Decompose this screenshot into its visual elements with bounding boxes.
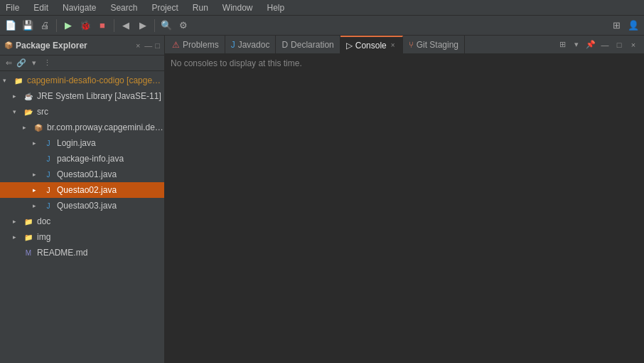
view-options-button[interactable]: ⋮ bbox=[41, 58, 53, 69]
tree-item-project[interactable]: ▾ 📁 capgemini-desafio-codigo [capgemini-… bbox=[0, 73, 164, 88]
tree-item-src[interactable]: ▾ 📂 src bbox=[0, 104, 164, 120]
tree-label-login: Login.java bbox=[57, 138, 96, 148]
tree-item-questao02[interactable]: ▸ J Questao02.java bbox=[0, 182, 164, 198]
perspective-button[interactable]: ⊞ bbox=[608, 18, 624, 33]
menu-window[interactable]: Window bbox=[220, 1, 256, 14]
tree-item-pkg[interactable]: ▸ 📦 br.com.proway.capgemini.desafioDeP..… bbox=[0, 120, 164, 135]
console-icon: ▷ bbox=[346, 41, 353, 51]
arrow-pkg: ▸ bbox=[23, 124, 33, 131]
project-icon: 📁 bbox=[13, 75, 24, 86]
tree-label-readme: README.md bbox=[37, 248, 87, 258]
menu-file[interactable]: File bbox=[3, 1, 22, 14]
javadoc-icon: J bbox=[231, 40, 235, 50]
panel-maximize[interactable]: □ bbox=[613, 38, 626, 51]
src-icon: 📂 bbox=[23, 106, 34, 117]
explorer-panel: 📦 Package Explorer × — □ ⇐ 🔗 ▾ ⋮ ▾ 📁 cap… bbox=[0, 36, 165, 363]
view-menu-button[interactable]: ▾ bbox=[28, 58, 40, 69]
menu-search[interactable]: Search bbox=[107, 1, 140, 14]
separator-3 bbox=[154, 19, 155, 32]
java-icon-q01: J bbox=[43, 169, 54, 180]
search-button[interactable]: 🔍 bbox=[159, 18, 174, 33]
tree-label-q01: Questao01.java bbox=[57, 169, 117, 179]
main-layout: 📦 Package Explorer × — □ ⇐ 🔗 ▾ ⋮ ▾ 📁 cap… bbox=[0, 36, 644, 363]
right-panel: ⚠ Problems J Javadoc D Declaration ▷ Con… bbox=[165, 36, 644, 363]
tab-console-label: Console bbox=[355, 41, 387, 51]
tree-item-questao01[interactable]: ▸ J Questao01.java bbox=[0, 167, 164, 182]
tree-item-packageinfo[interactable]: J package-info.java bbox=[0, 151, 164, 167]
arrow-jre: ▸ bbox=[13, 93, 23, 100]
tree-label-q03: Questao03.java bbox=[57, 201, 117, 211]
tree-item-readme[interactable]: M README.md bbox=[0, 245, 164, 261]
explorer-header: 📦 Package Explorer × — □ bbox=[0, 36, 164, 56]
tree-item-jre[interactable]: ▸ ☕ JRE System Library [JavaSE-11] bbox=[0, 88, 164, 104]
md-icon: M bbox=[23, 247, 34, 258]
user-button[interactable]: 👤 bbox=[626, 18, 641, 33]
tree-label-pkginfo: package-info.java bbox=[57, 154, 124, 164]
menu-help[interactable]: Help bbox=[264, 1, 288, 14]
tree-label-jre: JRE System Library [JavaSE-11] bbox=[37, 91, 161, 101]
arrow-img: ▸ bbox=[13, 233, 23, 241]
java-icon-q02: J bbox=[43, 184, 54, 196]
java-icon-pkginfo: J bbox=[43, 153, 54, 164]
tab-javadoc-label: Javadoc bbox=[238, 40, 270, 50]
tab-git-staging[interactable]: ⑂ Git Staging bbox=[403, 36, 465, 54]
console-options-button[interactable]: ▾ bbox=[570, 38, 583, 51]
tree-item-questao03[interactable]: ▸ J Questao03.java bbox=[0, 198, 164, 214]
menu-project[interactable]: Project bbox=[149, 1, 181, 14]
tab-actions: ⊞ ▾ 📌 — □ × bbox=[556, 38, 643, 51]
tree-label-pkg: br.com.proway.capgemini.desafioDeP... bbox=[47, 122, 164, 132]
panel-minimize[interactable]: — bbox=[599, 38, 611, 51]
console-message: No consoles to display at this time. bbox=[171, 58, 302, 68]
menu-run[interactable]: Run bbox=[190, 1, 211, 14]
menu-navigate[interactable]: Navigate bbox=[60, 1, 99, 14]
tab-javadoc[interactable]: J Javadoc bbox=[225, 36, 277, 54]
img-icon: 📁 bbox=[23, 231, 34, 243]
panel-icon: 📦 bbox=[4, 41, 13, 49]
console-new-button[interactable]: ⊞ bbox=[556, 38, 569, 51]
save-button[interactable]: 💾 bbox=[20, 18, 36, 33]
link-with-editor-button[interactable]: 🔗 bbox=[16, 58, 27, 69]
git-icon: ⑂ bbox=[409, 40, 414, 50]
problems-icon: ⚠ bbox=[172, 40, 180, 50]
doc-icon: 📁 bbox=[23, 216, 34, 227]
arrow-doc: ▸ bbox=[13, 218, 23, 225]
explorer-close[interactable]: × bbox=[134, 41, 141, 50]
separator-2 bbox=[114, 19, 114, 32]
menu-bar: File Edit Navigate Search Project Run Wi… bbox=[0, 0, 644, 16]
menu-edit[interactable]: Edit bbox=[31, 1, 51, 14]
panel-close-btn[interactable]: × bbox=[627, 38, 640, 51]
tree-item-img[interactable]: ▸ 📁 img bbox=[0, 229, 164, 245]
settings-button[interactable]: ⚙ bbox=[176, 18, 191, 33]
forward-button[interactable]: ▶ bbox=[135, 18, 151, 33]
tree-label-project: capgemini-desafio-codigo [capgemini-desa… bbox=[27, 75, 164, 85]
tab-git-label: Git Staging bbox=[417, 40, 458, 50]
collapse-all-button[interactable]: ⇐ bbox=[3, 58, 14, 69]
tree-item-login[interactable]: ▸ J Login.java bbox=[0, 135, 164, 151]
tree-label-q02: Questao02.java bbox=[57, 185, 117, 195]
explorer-title: Package Explorer bbox=[16, 41, 134, 51]
explorer-maximize[interactable]: □ bbox=[155, 41, 160, 50]
pkg-icon: 📦 bbox=[33, 122, 44, 133]
tab-declaration[interactable]: D Declaration bbox=[276, 36, 340, 54]
tab-declaration-label: Declaration bbox=[291, 40, 334, 50]
tree-label-img: img bbox=[37, 232, 50, 242]
stop-button[interactable]: ■ bbox=[95, 18, 110, 33]
console-pin-button[interactable]: 📌 bbox=[584, 38, 597, 51]
arrow-q02: ▸ bbox=[33, 186, 43, 194]
run-button[interactable]: ▶ bbox=[60, 18, 76, 33]
main-toolbar: 📄 💾 🖨 ▶ 🐞 ■ ◀ ▶ 🔍 ⚙ ⊞ 👤 bbox=[0, 16, 644, 36]
debug-button[interactable]: 🐞 bbox=[77, 18, 93, 33]
tree-item-doc[interactable]: ▸ 📁 doc bbox=[0, 214, 164, 229]
explorer-minimize[interactable]: — bbox=[144, 41, 152, 50]
new-button[interactable]: 📄 bbox=[3, 18, 18, 33]
separator-1 bbox=[56, 19, 57, 32]
tab-bar: ⚠ Problems J Javadoc D Declaration ▷ Con… bbox=[165, 36, 644, 54]
tree-label-doc: doc bbox=[37, 216, 50, 226]
back-button[interactable]: ◀ bbox=[118, 18, 134, 33]
console-close-button[interactable]: × bbox=[390, 41, 397, 49]
tab-console[interactable]: ▷ Console × bbox=[340, 36, 403, 54]
print-button[interactable]: 🖨 bbox=[37, 18, 53, 33]
tab-problems[interactable]: ⚠ Problems bbox=[166, 36, 225, 54]
package-explorer-tree: ▾ 📁 capgemini-desafio-codigo [capgemini-… bbox=[0, 71, 164, 363]
arrow-src: ▾ bbox=[13, 108, 23, 115]
